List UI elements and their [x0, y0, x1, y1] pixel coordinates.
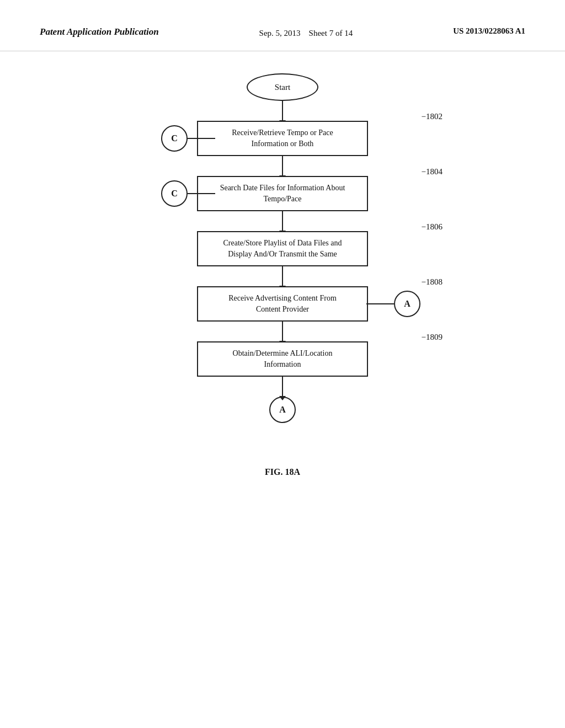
step-label-1806: −1806: [422, 222, 443, 232]
step-row-1802: −1802 C Receive/Retrieve Tempo or PaceIn…: [128, 121, 437, 156]
connector-c-1804: C: [161, 180, 215, 207]
step-text-1809: Obtain/Determine ALI/LocationInformation: [233, 348, 333, 370]
diagram-area: Start −1802 C Receive/Retrieve Tempo or …: [0, 51, 565, 445]
step-text-1802: Receive/Retrieve Tempo or PaceInformatio…: [232, 127, 333, 149]
header-center-info: Sep. 5, 2013 Sheet 7 of 14: [259, 26, 353, 40]
step-text-1804: Search Date Files for Information AboutT…: [220, 183, 345, 204]
step-text-1808: Receive Advertising Content FromContent …: [228, 293, 337, 314]
figure-caption-text: FIG. 18A: [265, 467, 300, 477]
step-label-1802: −1802: [422, 112, 443, 121]
start-label: Start: [275, 83, 290, 92]
arrow-3: [282, 211, 283, 231]
step-box-1809: Obtain/Determine ALI/LocationInformation: [197, 341, 368, 377]
flowchart: Start −1802 C Receive/Retrieve Tempo or …: [128, 73, 437, 423]
step-box-1804: Search Date Files for Information AboutT…: [197, 176, 368, 211]
arrow-2: [282, 156, 283, 176]
end-a-oval: A: [269, 397, 296, 423]
header-sheet: Sheet 7 of 14: [309, 29, 353, 38]
arrow-5: [282, 322, 283, 341]
c-oval-1802: C: [161, 125, 188, 152]
a-oval-1808: A: [394, 291, 420, 317]
step-row-1809: −1809 Obtain/Determine ALI/LocationInfor…: [128, 341, 437, 377]
step-label-1804: −1804: [422, 167, 443, 176]
arrow-1: [282, 101, 283, 121]
connector-c-1802: C: [161, 125, 215, 152]
figure-caption: FIG. 18A: [0, 467, 565, 499]
arrow-4: [282, 266, 283, 286]
start-oval: Start: [247, 73, 318, 101]
step-row-1804: −1804 C Search Date Files for Informatio…: [128, 176, 437, 211]
c-oval-1804: C: [161, 180, 188, 207]
header-date: Sep. 5, 2013: [259, 29, 301, 38]
arrow-6: [282, 377, 283, 397]
page-header: Patent Application Publication Sep. 5, 2…: [0, 0, 565, 51]
step-label-1809: −1809: [422, 333, 443, 342]
step-box-1808: Receive Advertising Content FromContent …: [197, 286, 368, 322]
step-box-1806: Create/Store Playlist of Data Files andD…: [197, 231, 368, 266]
step-label-1808: −1808: [422, 277, 443, 287]
c-line-1804: [188, 193, 215, 194]
c-line-1802: [188, 138, 215, 139]
step-row-1808: −1808 Receive Advertising Content FromCo…: [128, 286, 437, 322]
header-right-patent: US 2013/0228063 A1: [453, 26, 525, 36]
a-line-1808: [366, 303, 394, 304]
step-box-1802: Receive/Retrieve Tempo or PaceInformatio…: [197, 121, 368, 156]
step-text-1806: Create/Store Playlist of Data Files andD…: [223, 238, 342, 259]
header-left-title: Patent Application Publication: [40, 26, 159, 38]
connector-a-1808: A: [366, 291, 420, 317]
step-row-1806: −1806 Create/Store Playlist of Data File…: [128, 231, 437, 266]
